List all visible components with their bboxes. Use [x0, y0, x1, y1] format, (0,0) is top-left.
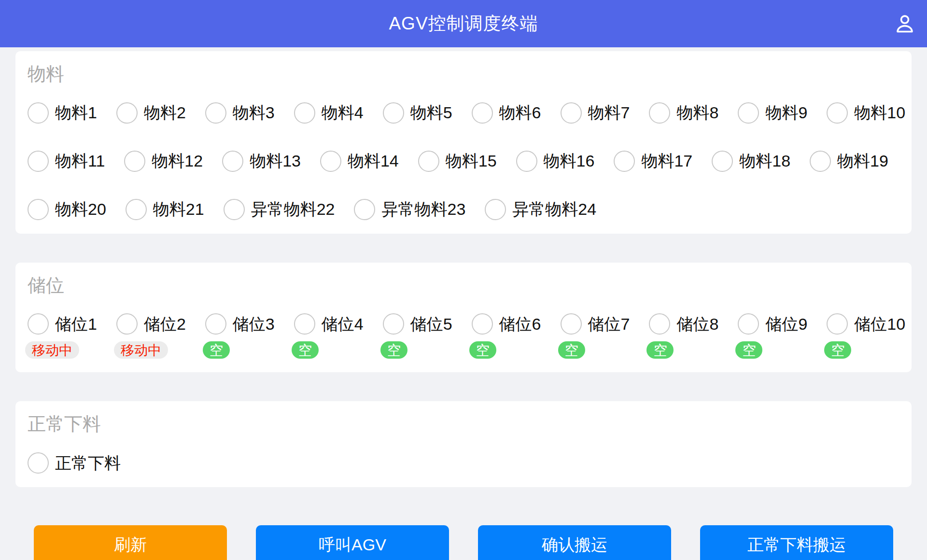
radio-button[interactable]: [354, 199, 375, 220]
confirm-transport-button[interactable]: 确认搬运: [478, 525, 671, 560]
radio-button[interactable]: [472, 313, 493, 335]
radio-item[interactable]: 储位7: [561, 313, 630, 335]
radio-item[interactable]: 异常物料23: [354, 199, 465, 220]
storage-slot: 储位8空: [649, 313, 718, 359]
radio-item[interactable]: 正常下料: [28, 452, 121, 474]
radio-item-label: 储位3: [233, 314, 275, 334]
radio-item[interactable]: 物料1: [28, 102, 97, 124]
radio-button[interactable]: [418, 151, 439, 172]
radio-button[interactable]: [294, 102, 315, 124]
radio-button[interactable]: [649, 102, 670, 124]
radio-item[interactable]: 储位5: [383, 313, 452, 335]
radio-item[interactable]: 物料7: [561, 102, 630, 124]
radio-button[interactable]: [712, 151, 733, 172]
radio-item[interactable]: 物料17: [614, 151, 692, 172]
radio-item[interactable]: 储位10: [827, 313, 905, 335]
radio-button[interactable]: [205, 313, 226, 335]
radio-button[interactable]: [294, 313, 315, 335]
radio-item-label: 物料1: [55, 103, 97, 123]
radio-item[interactable]: 物料15: [418, 151, 497, 172]
radio-item-label: 储位2: [144, 314, 186, 334]
radio-button[interactable]: [810, 151, 831, 172]
radio-item[interactable]: 物料11: [28, 151, 105, 172]
radio-button[interactable]: [383, 313, 404, 335]
radio-item[interactable]: 物料13: [222, 151, 301, 172]
radio-button[interactable]: [28, 102, 49, 124]
storage-row: 储位1移动中储位2移动中储位3空储位4空储位5空储位6空储位7空储位8空储位9空…: [28, 313, 898, 359]
radio-item[interactable]: 物料5: [383, 102, 452, 124]
radio-item[interactable]: 储位1: [28, 313, 97, 335]
status-badge: 移动中: [25, 341, 79, 359]
radio-button[interactable]: [116, 313, 138, 335]
radio-item[interactable]: 储位4: [294, 313, 364, 335]
radio-item[interactable]: 储位6: [472, 313, 541, 335]
radio-button[interactable]: [224, 199, 245, 220]
radio-item[interactable]: 物料19: [810, 151, 888, 172]
materials-list: 物料1物料2物料3物料4物料5物料6物料7物料8物料9物料10物料11物料12物…: [28, 102, 898, 220]
radio-item[interactable]: 物料3: [205, 102, 275, 124]
radio-button[interactable]: [738, 313, 759, 335]
call-agv-button[interactable]: 呼叫AGV: [256, 525, 449, 560]
radio-button[interactable]: [649, 313, 670, 335]
radio-item[interactable]: 物料8: [649, 102, 718, 124]
radio-item[interactable]: 物料14: [320, 151, 399, 172]
radio-item[interactable]: 储位8: [649, 313, 718, 335]
radio-item[interactable]: 物料9: [738, 102, 807, 124]
status-badge: 空: [292, 341, 319, 359]
radio-button[interactable]: [561, 102, 582, 124]
radio-item[interactable]: 物料20: [28, 199, 106, 220]
normal-unload-transport-button[interactable]: 正常下料搬运: [700, 525, 893, 560]
radio-button[interactable]: [827, 102, 848, 124]
status-badge: 空: [469, 341, 496, 359]
radio-item[interactable]: 物料6: [472, 102, 541, 124]
radio-button[interactable]: [28, 151, 49, 172]
radio-button[interactable]: [561, 313, 582, 335]
radio-button[interactable]: [116, 102, 138, 124]
radio-button[interactable]: [205, 102, 226, 124]
radio-button[interactable]: [124, 151, 145, 172]
materials-section-title: 物料: [28, 64, 898, 85]
radio-button[interactable]: [738, 102, 759, 124]
radio-button[interactable]: [28, 199, 49, 220]
radio-button[interactable]: [383, 102, 404, 124]
radio-item[interactable]: 储位3: [205, 313, 275, 335]
radio-item[interactable]: 物料2: [116, 102, 186, 124]
radio-item-label: 储位6: [499, 314, 541, 334]
app-header: AGV控制调度终端: [0, 0, 927, 47]
radio-item[interactable]: 储位9: [738, 313, 807, 335]
radio-button[interactable]: [28, 313, 49, 335]
radio-button[interactable]: [827, 313, 848, 335]
radio-item[interactable]: 异常物料22: [224, 199, 335, 220]
radio-item[interactable]: 物料12: [124, 151, 203, 172]
radio-item[interactable]: 物料18: [712, 151, 790, 172]
radio-item[interactable]: 物料21: [126, 199, 204, 220]
storage-card: 储位 储位1移动中储位2移动中储位3空储位4空储位5空储位6空储位7空储位8空储…: [15, 263, 912, 373]
radio-button[interactable]: [485, 199, 506, 220]
normal-unload-row: 正常下料: [28, 452, 898, 474]
radio-item-label: 物料2: [144, 103, 186, 123]
normal-unload-card: 正常下料 正常下料: [15, 401, 912, 487]
radio-button[interactable]: [516, 151, 537, 172]
radio-button[interactable]: [472, 102, 493, 124]
user-icon[interactable]: [892, 11, 917, 36]
materials-row: 物料11物料12物料13物料14物料15物料16物料17物料18物料19: [28, 151, 898, 172]
radio-item[interactable]: 物料16: [516, 151, 595, 172]
radio-item-label: 异常物料24: [512, 199, 596, 219]
radio-item[interactable]: 储位2: [116, 313, 186, 335]
radio-item-label: 物料17: [641, 151, 692, 171]
radio-item[interactable]: 物料4: [294, 102, 364, 124]
radio-button[interactable]: [126, 199, 147, 220]
radio-item-label: 储位10: [854, 314, 905, 334]
radio-item-label: 物料16: [544, 151, 595, 171]
radio-item-label: 物料19: [837, 151, 888, 171]
status-badge: 移动中: [114, 341, 168, 359]
radio-button[interactable]: [320, 151, 341, 172]
radio-item[interactable]: 物料10: [827, 102, 905, 124]
refresh-button[interactable]: 刷新: [34, 525, 227, 560]
radio-button[interactable]: [614, 151, 635, 172]
radio-button[interactable]: [28, 452, 49, 474]
action-button-bar: 刷新 呼叫AGV 确认搬运 正常下料搬运: [0, 525, 927, 560]
radio-item[interactable]: 异常物料24: [485, 199, 596, 220]
radio-button[interactable]: [222, 151, 243, 172]
storage-slot: 储位1移动中: [28, 313, 97, 359]
